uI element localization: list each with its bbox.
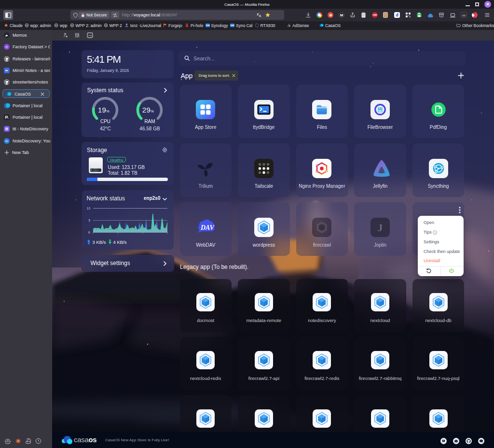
svg-text:0: 0 xyxy=(88,231,90,235)
svg-text:10: 10 xyxy=(87,207,91,210)
svg-text:19%: 19% xyxy=(98,106,110,114)
svg-text:DAV: DAV xyxy=(200,224,215,231)
svg-text:DSM: DSM xyxy=(206,25,209,27)
svg-text:DSM: DSM xyxy=(231,25,234,27)
svg-text:J: J xyxy=(378,222,383,234)
svg-text:5: 5 xyxy=(88,219,90,222)
svg-text:29%: 29% xyxy=(142,106,154,114)
